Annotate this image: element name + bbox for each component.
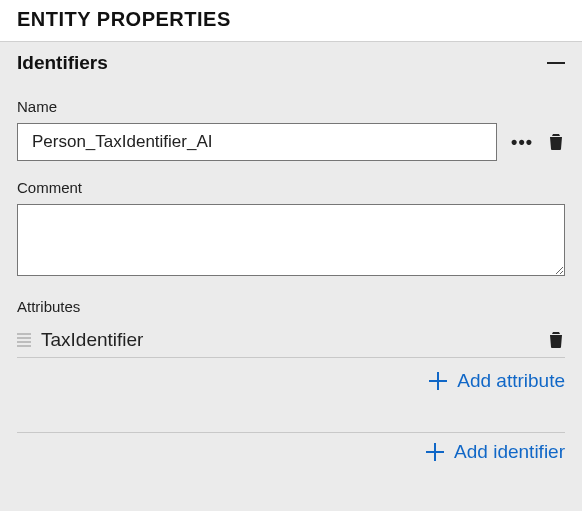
attribute-row: TaxIdentifier bbox=[17, 323, 565, 358]
plus-icon bbox=[429, 372, 447, 390]
collapse-icon bbox=[547, 62, 565, 64]
more-options-icon[interactable]: ••• bbox=[507, 132, 537, 153]
delete-attribute-button[interactable] bbox=[547, 330, 565, 350]
name-label: Name bbox=[17, 98, 565, 115]
section-divider bbox=[17, 432, 565, 433]
name-input[interactable] bbox=[17, 123, 497, 161]
panel-header: ENTITY PROPERTIES bbox=[0, 0, 582, 42]
name-row: ••• bbox=[17, 123, 565, 161]
identifiers-section-header[interactable]: Identifiers bbox=[0, 42, 582, 82]
attributes-label: Attributes bbox=[17, 298, 565, 315]
delete-identifier-button[interactable] bbox=[547, 132, 565, 152]
drag-handle-icon[interactable] bbox=[17, 331, 31, 349]
page-title: ENTITY PROPERTIES bbox=[17, 8, 565, 31]
add-attribute-row: Add attribute bbox=[17, 358, 565, 432]
identifiers-section-title: Identifiers bbox=[17, 52, 108, 74]
plus-icon bbox=[426, 443, 444, 461]
trash-icon bbox=[549, 134, 563, 150]
add-attribute-button[interactable]: Add attribute bbox=[429, 370, 565, 392]
trash-icon bbox=[549, 332, 563, 348]
add-identifier-row: Add identifier bbox=[0, 441, 582, 475]
add-identifier-label: Add identifier bbox=[454, 441, 565, 463]
add-attribute-label: Add attribute bbox=[457, 370, 565, 392]
comment-input[interactable] bbox=[17, 204, 565, 276]
comment-label: Comment bbox=[17, 179, 565, 196]
add-identifier-button[interactable]: Add identifier bbox=[426, 441, 565, 463]
identifiers-section-body: Name ••• Comment Attributes TaxIdentifie… bbox=[0, 82, 582, 433]
attribute-name: TaxIdentifier bbox=[41, 329, 547, 351]
